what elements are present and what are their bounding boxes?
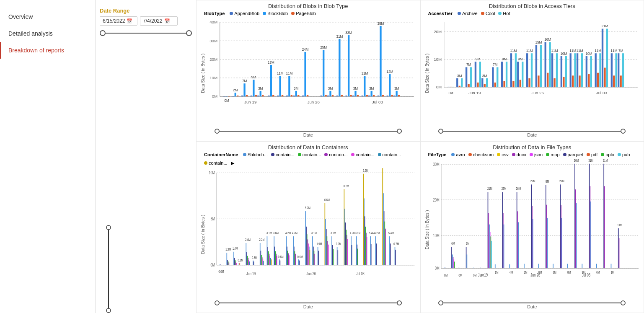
legend-contain3: contain... bbox=[324, 152, 348, 157]
svg-text:11M: 11M bbox=[569, 49, 576, 53]
svg-rect-87 bbox=[387, 96, 388, 96]
container-v-slider[interactable] bbox=[108, 227, 109, 311]
svg-text:11M: 11M bbox=[595, 49, 601, 53]
svg-text:11M: 11M bbox=[551, 49, 558, 53]
svg-rect-68 bbox=[350, 95, 352, 96]
legend-checksum: checksum bbox=[468, 152, 494, 157]
svg-rect-333 bbox=[395, 250, 396, 265]
access-tiers-x-label: Date bbox=[527, 132, 537, 137]
svg-rect-382 bbox=[518, 222, 519, 268]
svg-rect-387 bbox=[532, 206, 533, 268]
container-v-slider-top[interactable] bbox=[106, 225, 111, 230]
blob-type-y-label: Data Size ( in Bytes ) bbox=[200, 18, 206, 129]
sidebar-item-detailed-analysis[interactable]: Detailed analysis bbox=[0, 25, 95, 42]
start-date-input[interactable]: 6/15/2022 📅 bbox=[100, 16, 137, 26]
svg-rect-157 bbox=[560, 56, 562, 87]
parquet-dot bbox=[563, 153, 566, 156]
svg-text:3M: 3M bbox=[394, 87, 399, 91]
containers-chart: Distribution of Data in Containers Conta… bbox=[196, 141, 420, 313]
svg-rect-252 bbox=[287, 251, 288, 265]
hot-dot bbox=[498, 12, 502, 15]
svg-rect-273 bbox=[312, 236, 313, 265]
containers-slider-right[interactable] bbox=[397, 300, 402, 305]
svg-rect-203 bbox=[228, 261, 229, 265]
legend-parquet: parquet bbox=[563, 152, 583, 157]
svg-rect-356 bbox=[466, 247, 466, 268]
svg-text:0M: 0M bbox=[473, 273, 476, 277]
svg-rect-393 bbox=[546, 204, 547, 268]
svg-rect-368 bbox=[490, 236, 491, 268]
access-tiers-chart-body: Data Size ( in Bytes ) 20M 10M 0M bbox=[424, 18, 641, 129]
date-range-slider[interactable] bbox=[100, 29, 192, 37]
access-tiers-slider-left[interactable] bbox=[438, 129, 443, 134]
svg-text:1M: 1M bbox=[524, 270, 527, 274]
svg-rect-167 bbox=[581, 53, 582, 87]
legend-label: AccessTier bbox=[428, 11, 453, 16]
blob-type-slider-left[interactable] bbox=[215, 129, 220, 134]
svg-rect-174 bbox=[595, 53, 596, 87]
access-tiers-svg-area: 20M 10M 0M 0M bbox=[430, 18, 641, 129]
slider-thumb-right[interactable] bbox=[186, 30, 192, 36]
containers-slider-left[interactable] bbox=[215, 300, 220, 305]
containers-x-label: Date bbox=[303, 304, 313, 309]
containers-slider-track[interactable] bbox=[215, 303, 402, 303]
access-tiers-slider-track[interactable] bbox=[438, 131, 626, 132]
svg-rect-317 bbox=[370, 236, 371, 265]
svg-rect-46 bbox=[295, 91, 297, 96]
archive-label: Archive bbox=[462, 11, 478, 16]
slider-thumb-left[interactable] bbox=[100, 30, 106, 36]
blob-type-slider-track[interactable] bbox=[215, 131, 402, 132]
svg-text:Jun 26: Jun 26 bbox=[531, 91, 544, 95]
blobch-label: $blobch... bbox=[248, 152, 268, 157]
end-date-input[interactable]: 7/4/2022 📅 bbox=[140, 16, 178, 26]
svg-rect-274 bbox=[313, 246, 314, 265]
svg-rect-13 bbox=[226, 96, 228, 96]
svg-rect-415 bbox=[596, 264, 597, 268]
svg-text:31M: 31M bbox=[588, 159, 593, 163]
legend-pub: pub bbox=[618, 152, 630, 157]
blob-type-svg-area: 40M 30M 20M 10M 0M bbox=[206, 18, 416, 129]
svg-rect-268 bbox=[308, 239, 308, 265]
svg-rect-325 bbox=[384, 211, 385, 265]
checksum-label: checksum bbox=[473, 152, 494, 157]
svg-rect-71 bbox=[354, 91, 356, 96]
svg-rect-89 bbox=[391, 95, 393, 96]
blockblob-label: BlockBlob bbox=[267, 11, 288, 16]
legend-more-button[interactable]: ▶ bbox=[231, 160, 234, 166]
mpp-dot bbox=[546, 153, 549, 156]
svg-rect-265 bbox=[305, 211, 306, 265]
svg-text:26M: 26M bbox=[516, 186, 521, 191]
checksum-dot bbox=[468, 153, 472, 156]
access-tiers-slider-right[interactable] bbox=[621, 129, 626, 134]
svg-text:29M: 29M bbox=[559, 179, 564, 184]
blob-type-slider-right[interactable] bbox=[397, 129, 402, 134]
svg-rect-213 bbox=[239, 263, 240, 265]
start-date-value: 6/15/2022 bbox=[103, 18, 125, 24]
file-types-slider-right[interactable] bbox=[621, 300, 626, 305]
svg-text:11M: 11M bbox=[510, 49, 517, 53]
legend-contain2: contain... bbox=[298, 152, 321, 157]
svg-rect-51 bbox=[307, 95, 308, 96]
svg-rect-403 bbox=[567, 264, 568, 268]
svg-rect-58 bbox=[327, 96, 329, 96]
sidebar-item-label: Breakdown of reports bbox=[8, 47, 64, 54]
svg-rect-91 bbox=[393, 96, 395, 96]
svg-rect-14 bbox=[228, 96, 230, 96]
svg-rect-284 bbox=[327, 236, 328, 265]
svg-text:11M: 11M bbox=[361, 72, 368, 75]
svg-rect-113 bbox=[470, 67, 471, 87]
svg-rect-313 bbox=[365, 226, 366, 265]
svg-text:6.6M: 6.6M bbox=[324, 197, 330, 202]
sidebar-item-overview[interactable]: Overview bbox=[0, 8, 95, 25]
file-types-slider-left[interactable] bbox=[438, 300, 443, 305]
file-types-svg: 30M 20M 10M 0M 0M bbox=[430, 159, 641, 301]
svg-rect-103 bbox=[447, 87, 449, 87]
csv-label: csv bbox=[502, 152, 509, 157]
svg-rect-75 bbox=[364, 76, 365, 96]
container-v-slider-bottom[interactable] bbox=[106, 308, 111, 313]
file-types-slider-track[interactable] bbox=[438, 303, 626, 303]
svg-rect-178 bbox=[601, 29, 603, 87]
svg-rect-18 bbox=[237, 96, 238, 96]
svg-rect-275 bbox=[314, 251, 315, 265]
sidebar-item-breakdown-reports[interactable]: Breakdown of reports bbox=[0, 42, 95, 59]
